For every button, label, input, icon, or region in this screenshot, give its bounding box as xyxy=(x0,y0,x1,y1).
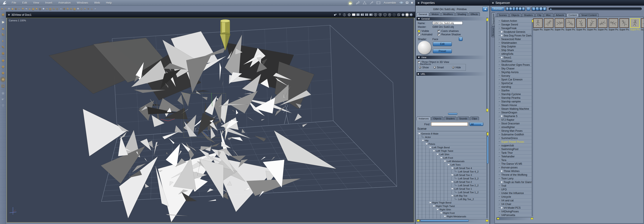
quick-tool-icon-16[interactable]: ✢ xyxy=(52,7,56,10)
render-camera-tool-icon[interactable]: ◉ xyxy=(0,90,6,96)
translate-axis-tool-icon[interactable]: ✥ xyxy=(0,64,6,70)
content-list-item[interactable]: UFO xyxy=(498,188,532,191)
content-list-item[interactable]: Starship Cyclone xyxy=(498,92,532,96)
radio-icon[interactable] xyxy=(434,66,436,68)
tree-row[interactable]: Left Shin xyxy=(416,153,486,156)
rotate-tool-icon[interactable]: ↻ xyxy=(0,32,6,38)
expand-triangle-icon[interactable] xyxy=(501,181,503,183)
next-object-button[interactable]: ➜ xyxy=(482,7,488,12)
expanded-triangle-icon[interactable] xyxy=(444,160,446,162)
quick-tool-icon-28[interactable]: ➢ xyxy=(94,7,97,10)
content-list-item[interactable]: Starfire xyxy=(498,88,532,92)
shader-preview-sphere[interactable] xyxy=(418,41,431,54)
backfaces-smart-radio[interactable]: Smart xyxy=(434,66,444,69)
tree-row[interactable]: Right Metatarsals xyxy=(416,215,486,218)
layout-rows-icon[interactable] xyxy=(356,14,360,16)
edit-shader-button[interactable]: Edit xyxy=(433,42,452,46)
pose-thumbnail[interactable]: Super Po. xyxy=(641,18,644,32)
content-list-h-scrollbar[interactable] xyxy=(496,217,534,220)
content-list-item[interactable]: Sport Car Emexon xyxy=(498,78,532,81)
translate-screen-tool-icon[interactable]: ✥ xyxy=(0,70,6,76)
content-list-item[interactable]: Sixus1 xyxy=(498,56,532,59)
content-list-item[interactable]: SportsCar xyxy=(498,81,532,85)
tree-row[interactable]: Left Big Toe xyxy=(416,194,486,198)
layout-corner-icon[interactable] xyxy=(370,14,372,16)
content-list-item[interactable]: SteamDragon xyxy=(498,110,532,114)
go-start-button[interactable]: |◀ xyxy=(506,7,509,10)
quick-tool-icon-4[interactable]: ◆ xyxy=(11,7,14,10)
add-key-button[interactable] xyxy=(536,7,539,10)
properties-scrollbar[interactable] xyxy=(486,18,488,112)
delete-key-button[interactable] xyxy=(539,7,543,10)
tab-content[interactable]: Content xyxy=(566,13,579,17)
shader-options-button[interactable]: « xyxy=(459,37,462,41)
tab-artwork[interactable]: Artwork xyxy=(554,13,566,17)
content-list-item[interactable]: Sky Chaser xyxy=(498,66,532,70)
expanded-triangle-icon[interactable] xyxy=(436,209,439,210)
casts-shadows-checkbox[interactable]: Casts shadows xyxy=(438,29,472,33)
sequencer-header[interactable]: Sequencer xyxy=(490,0,644,6)
tree-row[interactable]: Left Small Toe 2_2 xyxy=(416,184,486,187)
expanded-triangle-icon[interactable] xyxy=(433,150,435,152)
tree-scrollbar[interactable] xyxy=(486,132,489,218)
tree-row[interactable]: Left Small Toe 3_2 xyxy=(416,177,486,180)
expand-triangle-icon[interactable] xyxy=(501,56,503,59)
menu-edit[interactable]: Edit xyxy=(19,1,30,4)
content-list-item[interactable]: Toon Larry xyxy=(498,176,532,180)
content-list-item[interactable]: Saloon Action xyxy=(498,19,532,23)
content-list-item[interactable]: SavageFreak xyxy=(498,26,532,30)
quick-tool-icon-23[interactable]: ✥ xyxy=(76,7,80,10)
tree-row[interactable]: Right Foot xyxy=(416,211,486,215)
content-list-item[interactable]: Stool Draconian xyxy=(498,122,532,125)
fast-forward-button[interactable]: ▶▶ xyxy=(519,7,522,10)
tree-row[interactable]: Left Small Toe 4 xyxy=(416,166,486,170)
content-list-item[interactable]: Ship Shark xyxy=(498,48,532,52)
content-list-item[interactable]: Starship Piranha xyxy=(498,96,532,100)
smooth-shade-sphere-icon[interactable] xyxy=(406,13,408,16)
tab-objects[interactable]: Objects xyxy=(510,13,521,17)
checkbox-icon[interactable] xyxy=(418,30,420,32)
tab-browser-vertical[interactable]: Browser xyxy=(491,26,495,37)
content-list-item[interactable]: Tera xyxy=(498,158,532,162)
quick-tool-icon-25[interactable]: ✦ xyxy=(83,7,86,10)
content-list-item[interactable]: Super Power Poses xyxy=(498,140,532,144)
playhead-marker[interactable] xyxy=(550,8,552,10)
content-list-item[interactable]: Starship vampire xyxy=(498,100,532,103)
pose-thumbnail[interactable]: Super Po. xyxy=(566,18,576,32)
tab-objects[interactable]: Objects xyxy=(431,117,443,120)
scroll-thumb[interactable] xyxy=(420,220,469,222)
cage-icon[interactable] xyxy=(348,13,351,16)
expand-triangle-icon[interactable] xyxy=(501,34,503,37)
spray-modifier-tool-icon[interactable]: ❋ xyxy=(0,12,6,18)
expand-triangle-icon[interactable] xyxy=(501,207,503,209)
content-list-item[interactable]: Seasectoid Rider xyxy=(498,37,532,41)
viewport-canvas[interactable]: Camera 1 100% xyxy=(7,18,414,222)
content-list-item[interactable]: V4 Model PCS xyxy=(498,206,532,210)
tree-h-scrollbar[interactable] xyxy=(416,219,489,222)
quick-tool-icon-21[interactable]: ⊗ xyxy=(70,7,73,10)
quick-tool-icon-6[interactable]: ◐ xyxy=(18,7,21,10)
content-list-item[interactable]: V4Poinsetta xyxy=(498,213,532,217)
content-list-item[interactable]: Stephanie 5 xyxy=(498,114,532,118)
sculpt-pen-icon[interactable] xyxy=(362,1,367,4)
scale-tool-icon[interactable]: ▲ xyxy=(0,25,6,32)
expanded-triangle-icon[interactable] xyxy=(440,157,442,159)
pose-thumbnail[interactable]: Super Po. xyxy=(630,18,640,32)
content-list-item[interactable]: Throne of the Wolfking xyxy=(498,173,532,176)
wire-cube-icon[interactable] xyxy=(397,13,400,16)
quick-tool-icon-9[interactable]: ▲ xyxy=(28,7,31,10)
menu-file[interactable]: File xyxy=(9,1,19,4)
zoom-tool-icon[interactable]: ⚲ xyxy=(0,102,6,109)
tab-clips[interactable]: Clips xyxy=(470,117,479,120)
content-list-item[interactable]: The Dance V5 M5 xyxy=(498,162,532,166)
content-list-item[interactable]: V4 and cat xyxy=(498,198,532,202)
quick-tool-icon-11[interactable]: ✖ xyxy=(35,7,38,10)
layout-three-icon[interactable] xyxy=(361,14,364,16)
pose-thumbnail[interactable]: Super Po. xyxy=(598,18,608,32)
layout-single-icon[interactable] xyxy=(352,14,355,16)
content-list-item[interactable]: standing xyxy=(498,85,532,88)
expanded-triangle-icon[interactable] xyxy=(451,168,453,169)
tree-row[interactable]: Left Big Toe_2 xyxy=(416,198,486,201)
tab-motion[interactable]: Motion xyxy=(430,12,440,16)
checkbox-icon[interactable] xyxy=(418,34,420,36)
